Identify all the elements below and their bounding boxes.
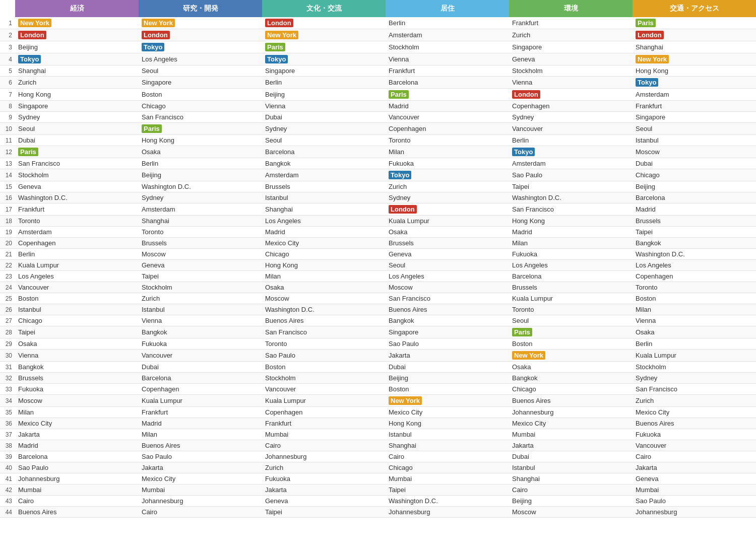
cell-kankyo: Buenos Aires xyxy=(509,395,633,407)
cell-kyojuu: Chicago xyxy=(386,462,509,473)
cell-kotsu: Barcelona xyxy=(633,192,756,203)
cell-keizai: Kuala Lumpur xyxy=(15,260,139,271)
cell-kenkyuu: Stockholm xyxy=(139,282,262,293)
cell-keizai: Istanbul xyxy=(15,304,139,315)
row-number: 42 xyxy=(0,485,15,496)
cell-bunka: Amsterdam xyxy=(262,169,386,181)
cell-kenkyuu: Johannesburg xyxy=(139,496,262,507)
cell-kotsu: Milan xyxy=(633,304,756,315)
cell-bunka: Berlin xyxy=(262,77,386,89)
cell-kenkyuu: Beijing xyxy=(139,169,262,181)
cell-kenkyuu: Bangkok xyxy=(139,326,262,338)
cell-kyojuu: Amsterdam xyxy=(386,29,509,41)
cell-kyojuu: Taipei xyxy=(386,485,509,496)
table-row: 39BarcelonaSao PauloJohannesburgCairoDub… xyxy=(0,451,756,462)
cell-kyojuu: Mumbai xyxy=(386,473,509,485)
cell-keizai: Washington D.C. xyxy=(15,192,139,203)
cell-kyojuu: New York xyxy=(386,395,509,407)
cell-kyojuu: Shanghai xyxy=(386,440,509,451)
cell-kotsu: Toronto xyxy=(633,282,756,293)
cell-kotsu: Copenhagen xyxy=(633,271,756,282)
table-row: 19AmsterdamTorontoMadridOsakaMadridTaipe… xyxy=(0,227,756,238)
cell-keizai: Toronto xyxy=(15,216,139,227)
cell-kotsu: Singapore xyxy=(633,112,756,123)
cell-kenkyuu: Barcelona xyxy=(139,373,262,384)
table-row: 3BeijingTokyoParisStockholmSingaporeShan… xyxy=(0,41,756,53)
cell-bunka: Fukuoka xyxy=(262,473,386,485)
cell-keizai: San Francisco xyxy=(15,158,139,169)
cell-kankyo: Taipei xyxy=(509,181,633,192)
cell-kenkyuu: Mexico City xyxy=(139,473,262,485)
row-number: 27 xyxy=(0,315,15,326)
cell-kyojuu: Washington D.C. xyxy=(386,496,509,507)
cell-kyojuu: Moscow xyxy=(386,282,509,293)
cell-kankyo: Fukuoka xyxy=(509,249,633,260)
row-number: 20 xyxy=(0,238,15,249)
table-row: 29OsakaFukuokaTorontoSao PauloBostonBerl… xyxy=(0,338,756,350)
table-row: 5ShanghaiSeoulSingaporeFrankfurtStockhol… xyxy=(0,65,756,77)
table-row: 8SingaporeChicagoViennaMadridCopenhagenF… xyxy=(0,101,756,112)
cell-keizai: Jakarta xyxy=(15,429,139,440)
table-row: 44Buenos AiresCairoTaipeiJohannesburgMos… xyxy=(0,507,756,518)
table-row: 25BostonZurichMoscowSan FranciscoKuala L… xyxy=(0,293,756,304)
cell-kotsu: Istanbul xyxy=(633,135,756,146)
row-number: 35 xyxy=(0,407,15,418)
cell-kyojuu: Frankfurt xyxy=(386,65,509,77)
cell-kotsu: Brussels xyxy=(633,216,756,227)
cell-kankyo: Cairo xyxy=(509,485,633,496)
table-row: 4TokyoLos AngelesTokyoViennaGenevaNew Yo… xyxy=(0,53,756,65)
th-kankyo: 環境 xyxy=(509,0,633,17)
row-number: 7 xyxy=(0,89,15,101)
th-bunka: 文化・交流 xyxy=(262,0,386,17)
cell-bunka: Tokyo xyxy=(262,53,386,65)
cell-kotsu: Buenos Aires xyxy=(633,418,756,429)
cell-kyojuu: Jakarta xyxy=(386,350,509,362)
cell-kotsu: Mumbai xyxy=(633,485,756,496)
cell-kotsu: Stockholm xyxy=(633,362,756,373)
cell-kyojuu: Beijing xyxy=(386,373,509,384)
cell-kenkyuu: Berlin xyxy=(139,158,262,169)
cell-bunka: Hong Kong xyxy=(262,260,386,271)
cell-keizai: Berlin xyxy=(15,249,139,260)
cell-kyojuu: Vienna xyxy=(386,53,509,65)
cell-keizai: Osaka xyxy=(15,338,139,350)
cell-bunka: Dubai xyxy=(262,112,386,123)
cell-kenkyuu: San Francisco xyxy=(139,112,262,123)
cell-keizai: Stockholm xyxy=(15,169,139,181)
table-row: 17FrankfurtAmsterdamShanghaiLondonSan Fr… xyxy=(0,203,756,216)
table-row: 6ZurichSingaporeBerlinBarcelonaViennaTok… xyxy=(0,77,756,89)
cell-bunka: Copenhagen xyxy=(262,407,386,418)
cell-kotsu: Vancouver xyxy=(633,440,756,451)
table-row: 33FukuokaCopenhagenVancouverBostonChicag… xyxy=(0,384,756,395)
cell-kankyo: Stockholm xyxy=(509,65,633,77)
cell-bunka: Brussels xyxy=(262,181,386,192)
cell-kotsu: Shanghai xyxy=(633,41,756,53)
cell-bunka: Seoul xyxy=(262,135,386,146)
table-row: 14StockholmBeijingAmsterdamTokyoSao Paul… xyxy=(0,169,756,181)
cell-kyojuu: Brussels xyxy=(386,238,509,249)
row-number: 23 xyxy=(0,271,15,282)
cell-kyojuu: Seoul xyxy=(386,260,509,271)
cell-kotsu: Los Angeles xyxy=(633,260,756,271)
cell-kyojuu: Singapore xyxy=(386,326,509,338)
cell-keizai: Bangkok xyxy=(15,362,139,373)
cell-kankyo: Dubai xyxy=(509,451,633,462)
cell-kotsu: Taipei xyxy=(633,227,756,238)
cell-kotsu: Beijing xyxy=(633,181,756,192)
cell-bunka: Vancouver xyxy=(262,384,386,395)
cell-kankyo: Sao Paulo xyxy=(509,169,633,181)
table-row: 22Kuala LumpurGenevaHong KongSeoulLos An… xyxy=(0,260,756,271)
cell-kotsu: Frankfurt xyxy=(633,101,756,112)
cell-bunka: Milan xyxy=(262,271,386,282)
cell-kankyo: Beijing xyxy=(509,496,633,507)
cell-kankyo: London xyxy=(509,89,633,101)
cell-keizai: Cairo xyxy=(15,496,139,507)
cell-keizai: Hong Kong xyxy=(15,89,139,101)
cell-kotsu: Boston xyxy=(633,293,756,304)
cell-bunka: Shanghai xyxy=(262,203,386,216)
row-number: 15 xyxy=(0,181,15,192)
cell-bunka: Istanbul xyxy=(262,192,386,203)
cell-kotsu: Washington D.C. xyxy=(633,249,756,260)
row-number: 14 xyxy=(0,169,15,181)
table-row: 13San FranciscoBerlinBangkokFukuokaAmste… xyxy=(0,158,756,169)
